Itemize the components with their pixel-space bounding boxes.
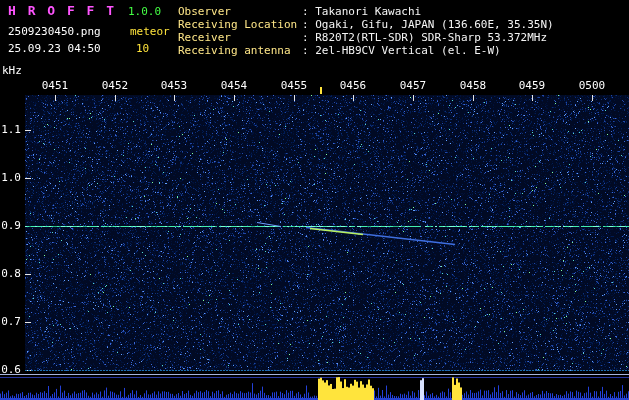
info-value: : Ogaki, Gifu, JAPAN (136.60E, 35.35N) xyxy=(302,18,554,31)
info-value: : Takanori Kawachi xyxy=(302,5,421,18)
app-version: 1.0.0 xyxy=(128,5,161,18)
freq-unit-label: kHz xyxy=(2,64,22,77)
time-label: 0457 xyxy=(400,79,427,92)
station-info-row: Observer : Takanori Kawachi xyxy=(178,5,554,18)
freq-label: 0.9 xyxy=(0,219,21,232)
observation-mode: meteor xyxy=(130,25,170,38)
info-label: Receiving antenna xyxy=(178,44,302,57)
spectrogram-canvas xyxy=(0,0,629,400)
time-label: 0452 xyxy=(102,79,129,92)
time-label: 0451 xyxy=(42,79,69,92)
time-label: 0458 xyxy=(460,79,487,92)
station-info-row: Receiver : R820T2(RTL-SDR) SDR-Sharp 53.… xyxy=(178,31,554,44)
time-label: 0459 xyxy=(519,79,546,92)
hrofft-window: H R O F F T 1.0.0 2509230450.png meteor … xyxy=(0,0,629,400)
interval-minutes: 10 xyxy=(136,42,149,55)
observation-datetime: 25.09.23 04:50 xyxy=(8,42,101,55)
app-title: H R O F F T xyxy=(8,3,116,18)
info-label: Receiving Location xyxy=(178,18,302,31)
time-label: 0455 xyxy=(281,79,308,92)
freq-label: 0.8 xyxy=(0,267,21,280)
time-label: 0456 xyxy=(340,79,367,92)
output-filename: 2509230450.png xyxy=(8,25,101,38)
station-info-row: Receiving antenna : 2el-HB9CV Vertical (… xyxy=(178,44,554,57)
time-label: 0500 xyxy=(579,79,606,92)
freq-label: 1.0 xyxy=(0,171,21,184)
info-value: : R820T2(RTL-SDR) SDR-Sharp 53.372MHz xyxy=(302,31,547,44)
freq-label: 0.7 xyxy=(0,315,21,328)
info-value: : 2el-HB9CV Vertical (el. E-W) xyxy=(302,44,501,57)
info-label: Observer xyxy=(178,5,302,18)
freq-label: 0.6 xyxy=(0,363,21,376)
info-label: Receiver xyxy=(178,31,302,44)
station-info-row: Receiving Location : Ogaki, Gifu, JAPAN … xyxy=(178,18,554,31)
freq-label: 1.1 xyxy=(0,123,21,136)
time-label: 0453 xyxy=(161,79,188,92)
time-label: 0454 xyxy=(221,79,248,92)
station-info: Observer : Takanori Kawachi Receiving Lo… xyxy=(178,5,554,57)
